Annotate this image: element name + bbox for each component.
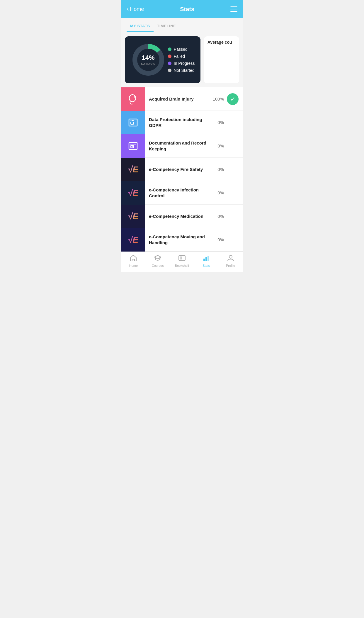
course-name-gdpr: Data Protection including GDPR [145,117,213,128]
menu-line-2 [230,9,237,10]
donut-center: 14% complete [141,54,155,66]
menu-button[interactable] [230,6,237,12]
svg-point-19 [229,255,232,258]
course-name-abi: Acquired Brain Injury [145,96,213,102]
course-percent-infection: 0% [213,190,224,195]
course-item-gdpr[interactable]: Data Protection including GDPR 0% [121,111,243,134]
page-title: Stats [180,6,194,13]
course-icon-gdpr [121,111,145,134]
donut-legend: Passed Failed In Progress Not Started [168,47,195,73]
course-percent-doc: 0% [213,143,224,148]
course-icon-med: √E [121,205,145,228]
nav-profile-label: Profile [226,264,235,267]
ecomp-icon-moving: √E [128,235,138,245]
nav-bookshelf[interactable]: Bookshelf [170,254,194,270]
menu-line-3 [230,11,237,12]
back-button[interactable]: ‹ Home [127,5,144,13]
legend-failed: Failed [168,54,195,59]
svg-point-2 [129,95,136,102]
course-percent-fire: 0% [213,167,224,172]
course-name-doc: Documentation and Record Keeping [145,140,213,152]
nav-courses-label: Courses [152,264,164,267]
tab-timeline[interactable]: TIMELINE [154,20,180,32]
back-label: Home [130,6,144,12]
avg-card-title: Average cou [207,40,236,47]
course-item-moving[interactable]: √E e-Competency Moving and Handling 0% [121,228,243,252]
home-icon [130,254,137,263]
nav-courses[interactable]: Courses [146,254,170,270]
donut-label: complete [141,62,155,66]
donut-percent: 14% [141,54,155,62]
svg-rect-17 [205,257,207,261]
course-percent-moving: 0% [213,237,224,242]
nav-bookshelf-label: Bookshelf [175,264,189,267]
not-started-dot [168,69,171,72]
donut-card: 14% complete Passed Failed In Progress N… [125,36,200,83]
course-icon-moving: √E [121,228,145,252]
course-check-abi: ✓ [227,93,239,105]
legend-passed: Passed [168,47,195,52]
nav-profile[interactable]: Profile [218,254,243,270]
course-icon-infection: √E [121,181,145,205]
average-card: Average cou [204,36,239,83]
ecomp-icon-infection: √E [128,188,138,198]
course-icon-fire: √E [121,158,145,181]
course-name-fire: e-Competency Fire Safety [145,167,213,172]
course-name-infection: e-Competency Infection Control [145,187,213,198]
course-item-infection[interactable]: √E e-Competency Infection Control 0% [121,181,243,205]
svg-rect-18 [207,256,209,261]
course-percent-abi: 100% [213,96,224,101]
svg-rect-6 [131,122,134,124]
stats-area: 14% complete Passed Failed In Progress N… [121,32,243,87]
svg-rect-13 [180,257,182,259]
in-progress-dot [168,62,171,65]
passed-dot [168,47,171,51]
course-list: Acquired Brain Injury 100% ✓ Data Protec… [121,87,243,252]
bottom-nav: Home Courses Bookshelf [121,252,243,272]
ecomp-icon-med: √E [128,211,138,221]
nav-home[interactable]: Home [121,254,146,270]
menu-line-1 [230,6,237,7]
back-chevron-icon: ‹ [127,5,129,13]
ecomp-icon-fire: √E [128,164,138,174]
course-percent-med: 0% [213,214,224,219]
tab-my-stats[interactable]: MY STATS [127,20,154,32]
donut-chart: 14% complete [131,42,166,77]
course-icon-abi [121,87,145,111]
legend-in-progress: In Progress [168,61,195,66]
course-item-doc[interactable]: Documentation and Record Keeping 0% [121,134,243,158]
profile-icon [227,254,234,263]
course-percent-gdpr: 0% [213,120,224,125]
course-item-med[interactable]: √E e-Competency Medication 0% [121,205,243,228]
course-icon-doc [121,134,145,158]
failed-dot [168,55,171,58]
courses-icon [154,254,161,263]
nav-home-label: Home [129,264,138,267]
bookshelf-icon [178,254,186,263]
nav-stats-label: Stats [203,264,210,267]
svg-point-4 [134,96,136,98]
nav-stats[interactable]: Stats [194,254,218,270]
svg-rect-12 [179,256,185,260]
course-item-fire[interactable]: √E e-Competency Fire Safety 0% [121,158,243,181]
tabs-bar: MY STATS TIMELINE [121,18,243,32]
legend-not-started: Not Started [168,68,195,73]
course-name-med: e-Competency Medication [145,213,213,219]
course-item-abi[interactable]: Acquired Brain Injury 100% ✓ [121,87,243,111]
header: ‹ Home Stats [121,0,243,18]
course-name-moving: e-Competency Moving and Handling [145,234,213,245]
stats-icon [203,254,210,263]
svg-rect-16 [203,259,205,261]
